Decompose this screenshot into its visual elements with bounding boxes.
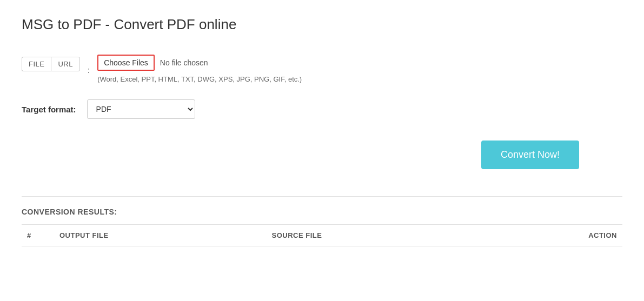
conversion-results-title: CONVERSION RESULTS: (22, 208, 622, 216)
target-format-label: Target format: (22, 105, 76, 114)
colon-separator: : (88, 65, 90, 75)
target-format-section: Target format: PDF DOC DOCX XLS XLSX JPG… (22, 99, 622, 119)
column-header-output: OUTPUT FILE (54, 225, 267, 246)
results-table: # OUTPUT FILE SOURCE FILE ACTION (22, 224, 622, 246)
convert-now-button[interactable]: Convert Now! (481, 141, 579, 169)
tab-file-button[interactable]: FILE (22, 57, 51, 71)
column-header-number: # (22, 225, 54, 246)
file-type-buttons: FILE URL (22, 57, 80, 71)
format-select[interactable]: PDF DOC DOCX XLS XLSX JPG PNG (87, 99, 195, 119)
file-input-area: Choose Files No file chosen (Word, Excel… (97, 55, 302, 83)
column-header-source: SOURCE FILE (267, 225, 483, 246)
conversion-results-section: CONVERSION RESULTS: # OUTPUT FILE SOURCE… (22, 196, 622, 246)
file-input-row: Choose Files No file chosen (97, 55, 302, 71)
file-section: FILE URL : Choose Files No file chosen (… (22, 55, 622, 83)
tab-url-button[interactable]: URL (51, 57, 80, 71)
choose-files-button[interactable]: Choose Files (97, 55, 155, 71)
file-formats-text: (Word, Excel, PPT, HTML, TXT, DWG, XPS, … (97, 75, 302, 83)
page-wrapper: MSG to PDF - Convert PDF online FILE URL… (0, 0, 644, 263)
convert-button-row: Convert Now! (22, 141, 622, 169)
table-header-row: # OUTPUT FILE SOURCE FILE ACTION (22, 225, 622, 246)
page-title: MSG to PDF - Convert PDF online (22, 16, 622, 33)
column-header-action: ACTION (483, 225, 622, 246)
no-file-text: No file chosen (160, 58, 208, 67)
